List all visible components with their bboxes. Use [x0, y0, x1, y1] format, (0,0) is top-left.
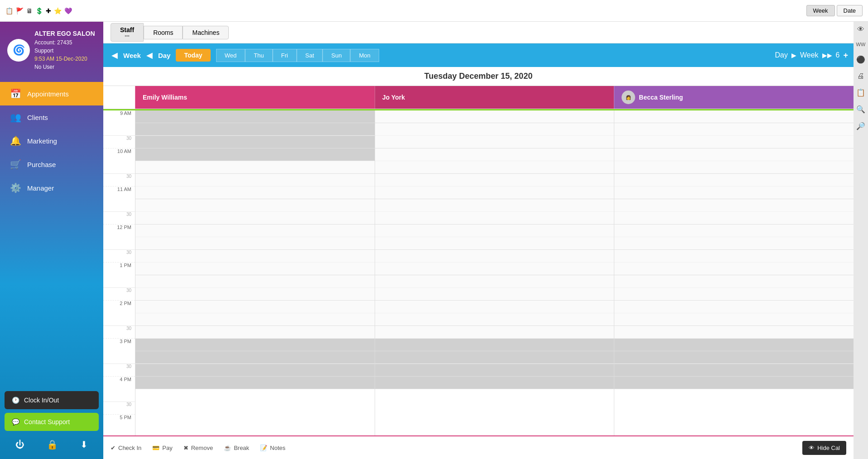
- slot-10-half-1[interactable]: [375, 377, 614, 389]
- pay-action[interactable]: 💳 Pay: [152, 445, 172, 451]
- dollar-icon[interactable]: 💲: [35, 7, 43, 14]
- slot-4-half-1[interactable]: [375, 225, 614, 237]
- day-label[interactable]: Day: [158, 52, 171, 59]
- power-icon[interactable]: ⏻: [15, 440, 24, 450]
- ww-icon[interactable]: WW: [856, 42, 866, 47]
- slot-5-half-2[interactable]: [614, 250, 854, 263]
- flag-icon[interactable]: 🚩: [16, 7, 24, 14]
- slot-5-hour-1[interactable]: [375, 237, 614, 250]
- slot-8-hour-1[interactable]: [375, 313, 614, 326]
- slot-6-hour-2[interactable]: [614, 263, 854, 275]
- sidebar-item-manager[interactable]: ⚙️ Manager: [0, 176, 103, 200]
- slot-0-hour-0[interactable]: [135, 110, 375, 123]
- slot-9-hour-1[interactable]: [375, 339, 614, 351]
- slot-4-hour-0[interactable]: [135, 212, 375, 225]
- slot-7-half-1[interactable]: [375, 301, 614, 313]
- slot-1-hour-0[interactable]: [135, 136, 375, 148]
- slot-1-hour-1[interactable]: [375, 136, 614, 148]
- slot-8-hour-0[interactable]: [135, 313, 375, 326]
- slot-7-hour-0[interactable]: [135, 288, 375, 301]
- jo-col[interactable]: [375, 110, 614, 435]
- staff-header-becca[interactable]: 👩 Becca Sterling: [614, 86, 854, 109]
- slot-10-hour-0[interactable]: [135, 364, 375, 377]
- slot-6-hour-1[interactable]: [375, 263, 614, 275]
- tab-rooms[interactable]: Rooms: [144, 26, 183, 39]
- slot-1-hour-2[interactable]: [614, 136, 854, 148]
- day-sat[interactable]: Sat: [297, 49, 323, 62]
- next-day-btn[interactable]: ▶: [791, 52, 796, 59]
- circle-icon[interactable]: ⚫: [856, 55, 865, 64]
- contact-support-btn[interactable]: 💬 Contact Support: [5, 413, 99, 431]
- slot-3-half-2[interactable]: [614, 199, 854, 212]
- slot-8-hour-2[interactable]: [614, 313, 854, 326]
- slot-3-hour-2[interactable]: [614, 186, 854, 199]
- sidebar-item-purchase[interactable]: 🛒 Purchase: [0, 153, 103, 176]
- slot-7-half-0[interactable]: [135, 301, 375, 313]
- star-icon[interactable]: ⭐: [54, 7, 62, 14]
- slot-9-half-1[interactable]: [375, 351, 614, 364]
- slot-0-hour-1[interactable]: [375, 110, 614, 123]
- clock-inout-btn[interactable]: 🕐 Clock In/Out: [5, 391, 99, 409]
- sidebar-item-clients[interactable]: 👥 Clients: [0, 105, 103, 129]
- slot-3-half-0[interactable]: [135, 199, 375, 212]
- emily-col[interactable]: [135, 110, 375, 435]
- download-icon[interactable]: ⬇: [80, 439, 88, 450]
- slot-2-hour-1[interactable]: [375, 161, 614, 174]
- slot-8-half-1[interactable]: [375, 326, 614, 339]
- slot-7-hour-1[interactable]: [375, 288, 614, 301]
- slot-5-half-1[interactable]: [375, 250, 614, 263]
- slot-6-half-1[interactable]: [375, 275, 614, 288]
- break-action[interactable]: ☕ Break: [224, 445, 249, 451]
- slot-9-half-0[interactable]: [135, 351, 375, 364]
- slot-0-half-2[interactable]: [614, 123, 854, 136]
- slot-6-half-0[interactable]: [135, 275, 375, 288]
- slot-9-half-2[interactable]: [614, 351, 854, 364]
- clipboard-icon[interactable]: 📋: [856, 88, 865, 97]
- gem-icon[interactable]: 💜: [64, 7, 72, 14]
- zoom-out-icon[interactable]: 🔍: [856, 105, 865, 114]
- slot-10-half-0[interactable]: [135, 377, 375, 389]
- slot-3-half-1[interactable]: [375, 199, 614, 212]
- slot-4-hour-1[interactable]: [375, 212, 614, 225]
- tab-staff[interactable]: Staff •••: [111, 23, 144, 42]
- monitor-icon[interactable]: 🖥: [26, 7, 33, 14]
- doc-icon[interactable]: 📋: [5, 7, 13, 14]
- slot-9-hour-0[interactable]: [135, 339, 375, 351]
- slot-4-half-2[interactable]: [614, 225, 854, 237]
- next-week-btn[interactable]: ▶▶: [822, 52, 832, 59]
- tab-machines[interactable]: Machines: [183, 26, 229, 39]
- slot-10-half-2[interactable]: [614, 377, 854, 389]
- slot-2-half-0[interactable]: [135, 174, 375, 186]
- slot-1-half-2[interactable]: [614, 148, 854, 161]
- slot-2-half-2[interactable]: [614, 174, 854, 186]
- slot-3-hour-0[interactable]: [135, 186, 375, 199]
- staff-header-emily[interactable]: Emily Williams: [135, 86, 375, 109]
- slot-0-half-1[interactable]: [375, 123, 614, 136]
- slot-8-half-2[interactable]: [614, 326, 854, 339]
- slot-10-hour-2[interactable]: [614, 364, 854, 377]
- slot-0-hour-2[interactable]: [614, 110, 854, 123]
- slot-6-hour-0[interactable]: [135, 263, 375, 275]
- slot-2-hour-2[interactable]: [614, 161, 854, 174]
- today-btn[interactable]: Today: [176, 49, 210, 62]
- slot-6-half-2[interactable]: [614, 275, 854, 288]
- slot-5-half-0[interactable]: [135, 250, 375, 263]
- remove-action[interactable]: ✖ Remove: [183, 445, 213, 451]
- add-staff-btn[interactable]: +: [843, 51, 848, 60]
- hide-cal-btn[interactable]: 👁 Hide Cal: [802, 441, 846, 455]
- day-fri[interactable]: Fri: [273, 49, 297, 62]
- slot-7-half-2[interactable]: [614, 301, 854, 313]
- slot-5-hour-2[interactable]: [614, 237, 854, 250]
- slot-8-half-0[interactable]: [135, 326, 375, 339]
- slot-3-hour-1[interactable]: [375, 186, 614, 199]
- slot-10-hour-1[interactable]: [375, 364, 614, 377]
- slot-0-half-0[interactable]: [135, 123, 375, 136]
- day-thu[interactable]: Thu: [245, 49, 272, 62]
- slot-9-hour-2[interactable]: [614, 339, 854, 351]
- slot-1-half-1[interactable]: [375, 148, 614, 161]
- day-wed[interactable]: Wed: [216, 49, 246, 62]
- slot-5-hour-0[interactable]: [135, 237, 375, 250]
- slot-1-half-0[interactable]: [135, 148, 375, 161]
- staff-header-jo[interactable]: Jo York: [375, 86, 614, 109]
- prev-day-btn[interactable]: ◀: [144, 49, 155, 61]
